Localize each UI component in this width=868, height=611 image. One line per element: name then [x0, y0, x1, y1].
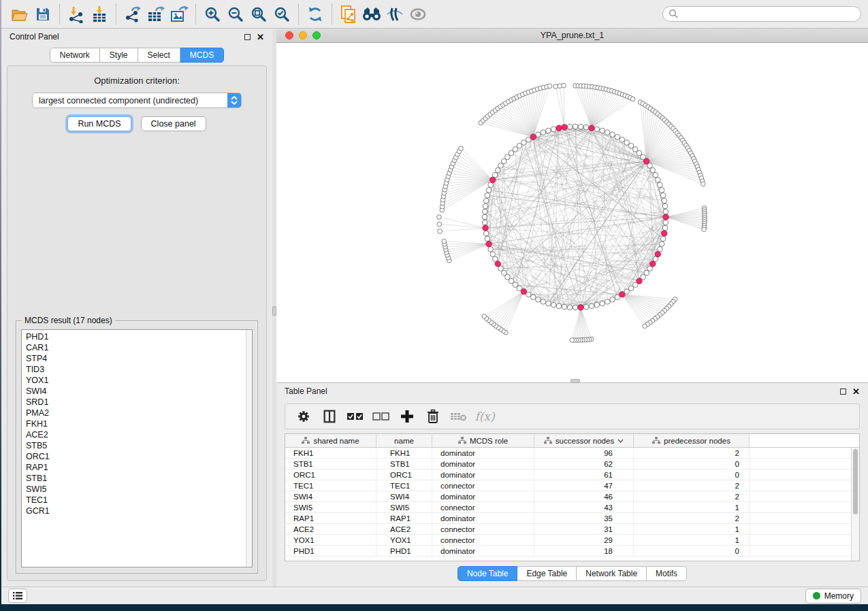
memory-button[interactable]: Memory: [805, 589, 861, 604]
result-scrollbar[interactable]: [246, 330, 252, 567]
open-session-icon[interactable]: [8, 3, 31, 25]
table-row[interactable]: SWI5SWI5connector431: [285, 502, 859, 513]
table-row[interactable]: ACE2ACE2connector311: [285, 524, 859, 535]
close-panel-button[interactable]: Close panel: [141, 116, 206, 131]
export-table-icon[interactable]: [144, 3, 167, 25]
column-header-predecessor-nodes[interactable]: predecessor nodes: [634, 434, 750, 447]
zoom-in-icon[interactable]: [201, 3, 224, 25]
result-node[interactable]: CAR1: [26, 342, 248, 353]
cell-mcds-role: connector: [432, 535, 534, 545]
node-table[interactable]: shared namenameMCDS rolesuccessor nodesp…: [285, 433, 860, 561]
result-node[interactable]: STB5: [26, 440, 248, 451]
result-node[interactable]: ACE2: [26, 429, 248, 440]
float-panel-icon[interactable]: [244, 34, 251, 40]
result-node[interactable]: PMA2: [26, 408, 248, 418]
cell-predecessor-nodes: 2: [634, 513, 750, 523]
search-network-icon[interactable]: [360, 3, 383, 25]
import-network-icon[interactable]: [65, 3, 88, 25]
result-node[interactable]: YOX1: [26, 375, 248, 386]
close-panel-icon[interactable]: ✕: [257, 34, 264, 40]
cell-name: RAP1: [376, 513, 432, 523]
run-mcds-button[interactable]: Run MCDS: [67, 116, 131, 131]
result-node[interactable]: GCR1: [26, 506, 248, 516]
tab-network[interactable]: Network: [50, 48, 100, 63]
select-all-icon[interactable]: [344, 406, 367, 427]
column-header-shared-name[interactable]: shared name: [285, 434, 376, 447]
clone-network-icon[interactable]: [337, 3, 360, 25]
network-titlebar: YPA_prune.txt_1: [276, 29, 868, 43]
panel-list-button[interactable]: [8, 589, 27, 603]
hide-panel-eye-icon[interactable]: [383, 3, 406, 25]
table-scrollbar-thumb[interactable]: [853, 449, 858, 514]
show-columns-icon[interactable]: [318, 406, 341, 427]
horizontal-splitter-grabber[interactable]: [570, 379, 580, 383]
result-node[interactable]: TEC1: [26, 495, 248, 506]
result-node[interactable]: ORC1: [26, 451, 248, 462]
column-header-name[interactable]: name: [376, 434, 432, 447]
cell-predecessor-nodes: 2: [634, 480, 750, 491]
tab-network-table[interactable]: Network Table: [577, 566, 647, 581]
result-node[interactable]: STP4: [26, 353, 248, 364]
tab-select[interactable]: Select: [138, 48, 180, 63]
column-header-successor-nodes[interactable]: successor nodes: [534, 434, 634, 447]
export-network-icon[interactable]: [121, 3, 144, 25]
result-node[interactable]: RAP1: [26, 462, 248, 473]
table-header-row: shared namenameMCDS rolesuccessor nodesp…: [285, 434, 859, 448]
optimization-criterion-select[interactable]: largest connected component (undirected): [32, 93, 242, 108]
result-node[interactable]: PHD1: [26, 331, 248, 342]
table-row[interactable]: RAP1RAP1dominator352: [285, 513, 859, 524]
network-view[interactable]: [276, 43, 868, 382]
table-tabs: Node TableEdge TableNetwork TableMotifs: [276, 566, 868, 581]
cell-successor-nodes: 46: [534, 491, 634, 501]
cell-name: PHD1: [376, 546, 432, 556]
cell-mcds-role: dominator: [432, 448, 534, 458]
cell-shared-name: SWI4: [285, 491, 376, 501]
refresh-icon[interactable]: [304, 3, 327, 25]
close-table-panel-icon[interactable]: ✕: [852, 389, 860, 395]
mcds-result-title: MCDS result (17 nodes): [22, 316, 115, 325]
table-row[interactable]: SWI4SWI4dominator462: [285, 491, 859, 502]
table-row[interactable]: ORC1ORC1dominator610: [285, 469, 859, 480]
result-node[interactable]: SWI5: [26, 484, 248, 495]
tab-mcds[interactable]: MCDS: [180, 48, 224, 63]
table-scrollbar[interactable]: [851, 448, 859, 561]
table-settings-icon[interactable]: [292, 406, 315, 427]
add-row-icon[interactable]: [396, 406, 419, 427]
cell-successor-nodes: 96: [534, 448, 634, 458]
deselect-all-icon[interactable]: [370, 406, 393, 427]
result-node[interactable]: SWI4: [26, 386, 248, 397]
result-node[interactable]: STB1: [26, 473, 248, 484]
tab-edge-table[interactable]: Edge Table: [517, 566, 577, 581]
result-node[interactable]: TID3: [26, 364, 248, 375]
table-row[interactable]: STB1STB1dominator620: [285, 459, 859, 469]
import-table-icon[interactable]: [88, 3, 111, 25]
save-session-icon[interactable]: [31, 3, 54, 25]
toolbar-separator: [59, 4, 60, 24]
table-row[interactable]: TEC1TEC1connector472: [285, 480, 859, 491]
zoom-fit-icon[interactable]: [247, 3, 270, 25]
column-header-mcds-role[interactable]: MCDS role: [432, 434, 534, 447]
mcds-result-list[interactable]: PHD1CAR1STP4TID3YOX1SWI4SRD1PMA2FKH1ACE2…: [21, 329, 253, 567]
cell-predecessor-nodes: 2: [634, 448, 750, 458]
tab-style[interactable]: Style: [100, 48, 138, 63]
toolbar-separator: [298, 4, 299, 24]
result-node[interactable]: FKH1: [26, 418, 248, 429]
result-node[interactable]: SRD1: [26, 397, 248, 408]
delete-rows-icon[interactable]: [421, 406, 445, 427]
table-row[interactable]: YOX1YOX1connector291: [285, 535, 859, 546]
tab-node-table[interactable]: Node Table: [457, 566, 518, 581]
export-image-icon[interactable]: [167, 3, 191, 25]
toolbar-separator: [332, 4, 332, 24]
float-table-panel-icon[interactable]: [840, 389, 846, 395]
search-input[interactable]: [679, 10, 855, 19]
cell-name: SWI5: [376, 502, 432, 512]
table-rows: FKH1FKH1dominator962STB1STB1dominator620…: [285, 448, 859, 557]
table-row[interactable]: PHD1PHD1dominator180: [285, 546, 859, 557]
zoom-selected-icon[interactable]: [270, 3, 293, 25]
table-row[interactable]: FKH1FKH1dominator962: [285, 448, 859, 459]
zoom-out-icon[interactable]: [224, 3, 247, 25]
tab-motifs[interactable]: Motifs: [647, 566, 687, 581]
cell-shared-name: FKH1: [285, 448, 376, 458]
network-search-field[interactable]: [662, 6, 861, 22]
show-eye-icon[interactable]: [406, 3, 430, 25]
